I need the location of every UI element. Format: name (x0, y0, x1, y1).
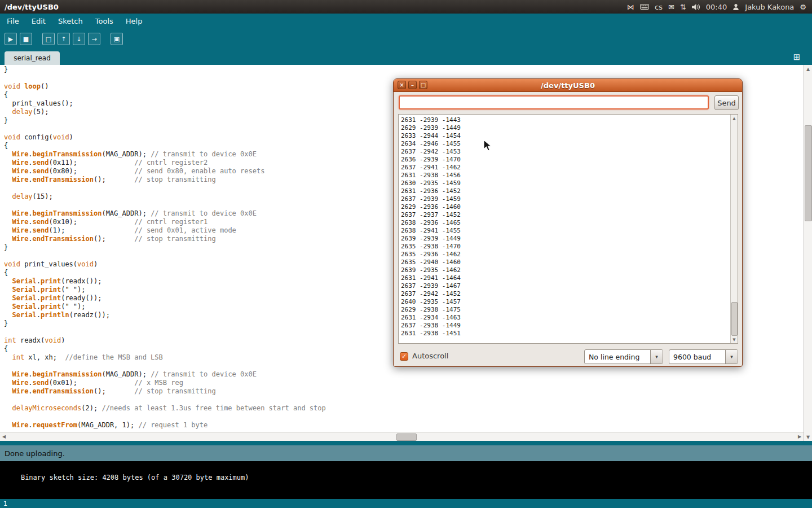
save-icon: ↓ (76, 36, 81, 43)
serial-scroll-up-icon[interactable]: ▲ (731, 115, 738, 122)
menu-item-sketch[interactable]: Sketch (52, 15, 89, 28)
new-tab-button[interactable]: ⊞ (791, 51, 802, 63)
menu-item-tools[interactable]: Tools (89, 15, 120, 28)
verify-button[interactable]: ▶ (5, 33, 17, 45)
keyboard-layout-label[interactable]: cs (655, 3, 663, 11)
upload-button[interactable]: → (88, 33, 100, 45)
serial-data-line: 2635 -2938 -1470 (401, 243, 730, 251)
upload-icon: → (91, 36, 96, 43)
serial-window-titlebar[interactable]: /dev/ttyUSB0 × – □ (394, 79, 742, 92)
menu-bar: File Edit Sketch Tools Help (0, 14, 812, 28)
serial-data-line: 2631 -2938 -1451 (401, 330, 730, 338)
serial-data-line: 2631 -2939 -1443 (401, 116, 730, 124)
code-line: delayMicroseconds(2); //needs at least 1… (4, 404, 804, 413)
scroll-down-icon[interactable]: ▼ (804, 433, 812, 441)
indicator-icon[interactable]: ⋈ (627, 3, 634, 11)
serial-monitor-icon: ▣ (114, 36, 120, 43)
close-button[interactable]: × (398, 81, 406, 89)
gear-icon[interactable]: ⚙ (800, 3, 806, 11)
status-bar: Done uploading. (0, 445, 812, 461)
new-tab-icon: ⊞ (793, 52, 801, 62)
open-button[interactable]: ↑ (58, 33, 70, 45)
serial-data-line: 2637 -2939 -1459 (401, 195, 730, 203)
code-line: Wire.send(0x01); // x MSB reg (4, 379, 804, 387)
line-number-indicator: 1 (3, 500, 7, 507)
serial-scrollbar[interactable]: ▲ ▼ (730, 115, 738, 343)
console-output: Binary sketch size: 4208 bytes (of a 307… (21, 474, 249, 481)
send-label: Send (717, 99, 736, 107)
serial-data-line: 2637 -2939 -1467 (401, 282, 730, 290)
serial-input[interactable] (399, 95, 709, 110)
volume-icon[interactable] (692, 3, 700, 11)
verify-icon: ▶ (8, 36, 13, 43)
serial-data-line: 2636 -2939 -1470 (401, 156, 730, 164)
status-message: Done uploading. (5, 449, 65, 458)
build-console: Binary sketch size: 4208 bytes (of a 307… (0, 461, 812, 499)
code-line (4, 413, 804, 421)
serial-window-title: /dev/ttyUSB0 (394, 79, 742, 91)
code-line: } (4, 65, 804, 74)
scroll-right-icon[interactable]: ▶ (796, 432, 804, 441)
line-ending-dropdown[interactable]: No line ending ▾ (584, 349, 663, 364)
editor-horizontal-scrollbar[interactable]: ◀ ▶ (0, 432, 804, 441)
save-button[interactable]: ↓ (73, 33, 85, 45)
serial-data-line: 2637 -2941 -1462 (401, 164, 730, 172)
autoscroll-checkbox[interactable]: ✓ (400, 352, 408, 361)
serial-output: 2631 -2939 -14432629 -2939 -14492633 -29… (399, 115, 730, 343)
footer-strip: 1 (0, 499, 812, 508)
tab-label: serial_read (14, 54, 51, 62)
code-line: Wire.endTransmission(); // stop transmit… (4, 387, 804, 396)
screen: /dev/ttyUSB0 ⋈ cs ✉ ⇅ 00:40 Jakub Kakona… (0, 0, 812, 508)
open-icon: ↑ (61, 36, 66, 43)
scroll-up-icon[interactable]: ▲ (804, 65, 812, 73)
line-ending-value: No line ending (585, 350, 650, 364)
new-sketch-button[interactable]: □ (42, 33, 55, 45)
stop-button[interactable]: ■ (20, 33, 32, 45)
serial-output-area[interactable]: 2631 -2939 -14432629 -2939 -14492633 -29… (398, 114, 738, 344)
maximize-button[interactable]: □ (419, 81, 427, 89)
user-icon[interactable] (732, 3, 739, 11)
chevron-down-icon[interactable]: ▾ (725, 350, 738, 364)
clock[interactable]: 00:40 (706, 3, 727, 11)
serial-data-line: 2630 -2935 -1459 (401, 179, 730, 187)
horizontal-scroll-thumb[interactable] (396, 433, 417, 441)
close-icon: × (399, 82, 404, 88)
panel-indicators: ⋈ cs ✉ ⇅ 00:40 Jakub Kakona ⚙ (627, 3, 806, 11)
keyboard-icon[interactable] (640, 3, 649, 10)
send-button[interactable]: Send (714, 95, 739, 110)
serial-data-line: 2638 -2936 -1465 (401, 219, 730, 227)
tab-serial-read[interactable]: serial_read (5, 51, 60, 65)
serial-data-line: 2629 -2939 -1449 (401, 124, 730, 132)
baud-rate-dropdown[interactable]: 9600 baud ▾ (669, 349, 738, 364)
user-name[interactable]: Jakub Kakona (745, 3, 794, 11)
chevron-down-icon[interactable]: ▾ (650, 350, 663, 364)
serial-data-line: 2640 -2935 -1457 (401, 298, 730, 306)
top-panel: /dev/ttyUSB0 ⋈ cs ✉ ⇅ 00:40 Jakub Kakona… (0, 0, 812, 14)
serial-scroll-thumb[interactable] (731, 302, 738, 336)
menu-item-edit[interactable]: Edit (25, 15, 52, 28)
serial-data-line: 2631 -2938 -1456 (401, 172, 730, 179)
serial-data-line: 2631 -2936 -1452 (401, 187, 730, 195)
panel-window-title: /dev/ttyUSB0 (5, 3, 59, 11)
network-icon[interactable]: ⇅ (680, 3, 686, 11)
autoscroll-label: Autoscroll (412, 352, 448, 360)
serial-data-line: 2629 -2938 -1475 (401, 306, 730, 314)
editor-vertical-scrollbar[interactable]: ▲ ▼ (804, 65, 812, 441)
serial-scroll-down-icon[interactable]: ▼ (731, 336, 738, 343)
code-line: Wire.beginTransmission(MAG_ADDR); // tra… (4, 370, 804, 379)
vertical-scroll-thumb[interactable] (805, 125, 812, 221)
scroll-left-icon[interactable]: ◀ (0, 432, 8, 441)
checkmark-icon: ✓ (401, 353, 407, 360)
code-line (4, 396, 804, 404)
serial-data-line: 2633 -2944 -1454 (401, 132, 730, 140)
tab-bar: serial_read ⊞ (0, 50, 812, 65)
serial-data-line: 2637 -2937 -1452 (401, 211, 730, 219)
serial-data-line: 2634 -2946 -1455 (401, 140, 730, 148)
menu-item-help[interactable]: Help (120, 15, 149, 28)
menu-item-file[interactable]: File (1, 15, 25, 28)
window-controls: × – □ (398, 81, 427, 89)
mail-icon[interactable]: ✉ (668, 3, 674, 11)
serial-data-line: 2638 -2941 -1455 (401, 227, 730, 235)
minimize-button[interactable]: – (408, 81, 417, 89)
serial-monitor-button[interactable]: ▣ (111, 33, 123, 45)
